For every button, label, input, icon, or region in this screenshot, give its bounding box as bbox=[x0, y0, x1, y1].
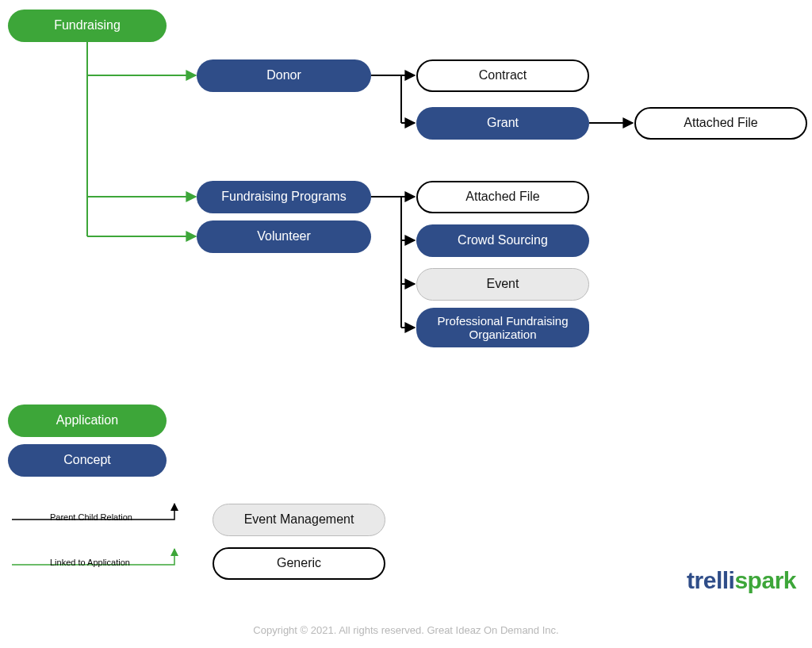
legend-generic: Generic bbox=[213, 547, 385, 580]
node-fundraising: Fundraising bbox=[8, 10, 167, 42]
copyright-footer: Copyright © 2021. All rights reserved. G… bbox=[0, 624, 812, 636]
node-attached-file-1: Attached File bbox=[634, 107, 807, 140]
connector-layer bbox=[0, 0, 812, 648]
node-donor: Donor bbox=[197, 59, 371, 92]
node-professional-fundraising-org: Professional Fundraising Organization bbox=[416, 308, 589, 347]
node-fundraising-programs: Fundraising Programs bbox=[197, 181, 371, 213]
node-grant: Grant bbox=[416, 107, 589, 140]
legend-linked-to-application-label: Linked to Application bbox=[50, 558, 130, 567]
node-attached-file-2: Attached File bbox=[416, 181, 589, 213]
legend-event-management: Event Management bbox=[213, 504, 385, 536]
logo-part1: trelli bbox=[687, 567, 734, 593]
node-crowd-sourcing: Crowd Sourcing bbox=[416, 224, 589, 257]
node-event: Event bbox=[416, 268, 589, 301]
legend-parent-child-label: Parent Child Relation bbox=[50, 512, 132, 522]
logo-part2: spark bbox=[734, 567, 796, 593]
node-volunteer: Volunteer bbox=[197, 220, 371, 253]
legend-application: Application bbox=[8, 405, 167, 437]
trellispark-logo: trellispark bbox=[687, 567, 796, 594]
legend-concept: Concept bbox=[8, 444, 167, 477]
node-contract: Contract bbox=[416, 59, 589, 92]
